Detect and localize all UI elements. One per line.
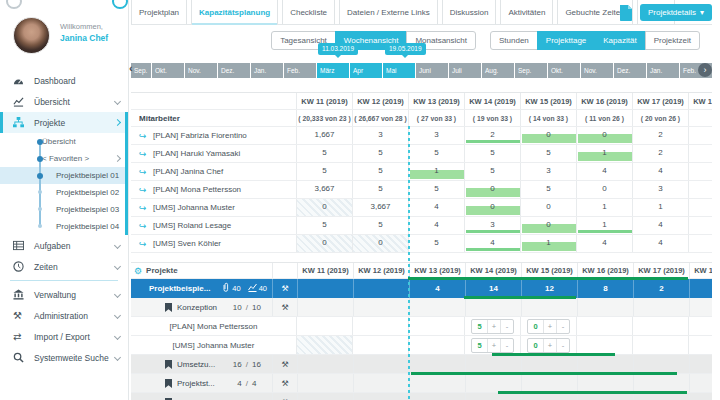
week-cell: 5+- xyxy=(464,336,520,354)
share-arrow-icon[interactable]: ↪ xyxy=(139,203,153,213)
employee-row[interactable]: ↪[PLAN] Fabrizia Fiorentino1,667332002 xyxy=(131,127,712,145)
week-cell xyxy=(353,393,409,400)
share-arrow-icon[interactable]: ↪ xyxy=(139,149,153,159)
sidebar-item-administration[interactable]: ⚒Administration xyxy=(0,305,128,326)
pdf-export-icon[interactable] xyxy=(619,4,634,21)
decrement-button[interactable]: - xyxy=(501,339,513,352)
share-arrow-icon[interactable]: ↪ xyxy=(139,239,153,249)
sidebar-item-übersicht[interactable]: Übersicht xyxy=(0,91,128,112)
unit-projektzeit-button[interactable]: Projektzeit xyxy=(645,31,700,50)
employee-row[interactable]: ↪[PLAN] Janina Chef5515344 xyxy=(131,163,712,181)
person-row[interactable]: [UMS] Johanna Muster5+-0+- xyxy=(131,336,712,355)
capacity-cell: 1 xyxy=(520,235,576,252)
capacity-cell: 4 xyxy=(632,163,688,180)
overview-chart-icon xyxy=(13,96,28,107)
decrement-button[interactable]: - xyxy=(557,320,569,333)
range-start-badge[interactable]: 11.03.2019 xyxy=(318,43,358,55)
tab-checkliste[interactable]: Checkliste xyxy=(282,0,335,24)
capacity-value: 3,667 xyxy=(314,184,334,194)
increment-button[interactable]: + xyxy=(544,320,557,333)
employee-row[interactable]: ↪[PLAN] Mona Pettersson3,667550503 xyxy=(131,181,712,199)
employee-name-cell: ↪[PLAN] Haruki Yamasaki xyxy=(131,145,296,162)
import-export-icon: ⇄ xyxy=(13,332,28,342)
capacity-cell: 3 xyxy=(632,181,688,198)
decrement-button[interactable]: - xyxy=(501,320,513,333)
share-arrow-icon[interactable]: ↪ xyxy=(139,167,153,177)
share-arrow-icon[interactable]: ↪ xyxy=(139,185,153,195)
sidebar-item-label: Projektbeispiel 01 xyxy=(56,171,120,180)
projektdetails-button[interactable]: Projektdetails ▾ xyxy=(640,4,712,21)
gantt-bar xyxy=(408,277,688,280)
week-cell xyxy=(465,355,521,373)
tab-aktivitäten[interactable]: Aktivitäten xyxy=(500,0,553,24)
capacity-value: 5 xyxy=(434,184,438,194)
week-cell: 0+- xyxy=(520,336,576,354)
timeline-month: Sep. xyxy=(131,63,151,78)
allocation-editor: 5+- xyxy=(471,338,514,353)
sidebar-item-projektbeispiel-04[interactable]: Projektbeispiel 04 xyxy=(0,218,128,235)
sidebar-item-aufgaben[interactable]: Aufgaben xyxy=(0,235,128,256)
avatar[interactable] xyxy=(13,17,50,54)
employee-row[interactable]: ↪[UMS] Sven Köhler0054144 xyxy=(131,235,712,253)
share-arrow-icon[interactable]: ↪ xyxy=(139,221,153,231)
capacity-cell: 3,667 xyxy=(296,181,352,198)
increment-button[interactable]: + xyxy=(488,320,501,333)
task-row[interactable]: Konzeption10/10⚒ xyxy=(131,298,712,317)
increment-button[interactable]: + xyxy=(488,339,501,352)
capacity-value: 5 xyxy=(434,238,438,248)
chevron-down-icon xyxy=(114,333,121,340)
sidebar-item-systemweite-suche[interactable]: Systemweite Suche xyxy=(0,347,128,368)
week-cell xyxy=(521,355,577,373)
week-cell xyxy=(521,393,577,400)
project-week-cell: 4 xyxy=(409,279,465,298)
employee-row[interactable]: ↪[UMS] Johanna Muster03,66740011 xyxy=(131,199,712,217)
week-cell xyxy=(409,393,465,400)
task-row[interactable]: 10/10⚒ xyxy=(131,393,712,400)
sidebar-item-dashboard[interactable]: Dashboard xyxy=(0,70,128,91)
capacity-cell: 5 xyxy=(352,217,408,234)
chevron-down-icon xyxy=(114,98,121,105)
sidebar-item-verwaltung[interactable]: Verwaltung xyxy=(0,284,128,305)
capacity-value: 1 xyxy=(658,202,662,212)
edit-wrench-icon[interactable]: ⚒ xyxy=(272,355,297,373)
timeline-left-arrow-icon[interactable]: ‹ xyxy=(129,62,133,74)
unit-kapazität-button[interactable]: Kapazität xyxy=(594,31,645,50)
tab-projektplan[interactable]: Projektplan xyxy=(131,0,187,24)
share-arrow-icon[interactable]: ↪ xyxy=(139,131,153,141)
week-cell xyxy=(689,298,712,316)
gear-icon[interactable]: ⚙ xyxy=(134,266,142,276)
edit-wrench-icon[interactable]: ⚒ xyxy=(272,279,297,298)
tab-kapazitätsplanung[interactable]: Kapazitätsplanung xyxy=(191,0,278,24)
range-end-badge[interactable]: 19.05.2019 xyxy=(385,43,426,55)
sidebar-item-projekte[interactable]: Projekte xyxy=(0,112,128,133)
employee-row[interactable]: ↪[PLAN] Haruki Yamasaki5555512 xyxy=(131,145,712,163)
unit-stunden-button[interactable]: Stunden xyxy=(490,31,538,50)
chevron-right-icon xyxy=(114,119,121,126)
timeline-right-arrow-icon[interactable]: › xyxy=(698,63,712,77)
sidebar-menu: DashboardÜbersichtProjekteÜbersicht< Fav… xyxy=(0,70,128,368)
week-header: KW 14 (2019) xyxy=(464,93,520,109)
tab-diskussion[interactable]: Diskussion xyxy=(442,0,497,24)
edit-wrench-icon[interactable]: ⚒ xyxy=(272,298,297,316)
sidebar-item-projektbeispiel-03[interactable]: Projektbeispiel 03 xyxy=(0,201,128,218)
sidebar-item-projektbeispiel-02[interactable]: Projektbeispiel 02 xyxy=(0,184,128,201)
employee-row[interactable]: ↪[UMS] Roland Lesage5543014 xyxy=(131,217,712,235)
week-header: KW 15 (2019) xyxy=(521,263,577,278)
tab-dateien-externe-links[interactable]: Dateien / Externe Links xyxy=(339,0,438,24)
capacity-value: 5 xyxy=(434,148,438,158)
sidebar-item-zeiten[interactable]: Zeiten xyxy=(0,256,128,277)
edit-wrench-icon[interactable]: ⚒ xyxy=(272,393,297,400)
person-row[interactable]: [PLAN] Mona Pettersson5+-0+- xyxy=(131,317,712,336)
increment-button[interactable]: + xyxy=(544,339,557,352)
sidebar-item-import-export[interactable]: ⇄Import / Export xyxy=(0,326,128,347)
sidebar-item-favoriten[interactable]: < Favoriten > xyxy=(0,150,128,167)
tree-dot xyxy=(38,190,42,194)
unit-projekttage-button[interactable]: Projekttage xyxy=(537,31,595,50)
sidebar-item-übersicht[interactable]: Übersicht xyxy=(0,133,128,150)
selected-project-row[interactable]: Projektbeispie...4040⚒4141282 xyxy=(131,279,712,298)
decrement-button[interactable]: - xyxy=(557,339,569,352)
user-name[interactable]: Janina Chef xyxy=(60,33,108,43)
sidebar-item-projektbeispiel-01[interactable]: Projektbeispiel 01 xyxy=(0,167,128,184)
capacity-value: 5 xyxy=(378,166,382,176)
edit-wrench-icon[interactable]: ⚒ xyxy=(272,374,297,392)
